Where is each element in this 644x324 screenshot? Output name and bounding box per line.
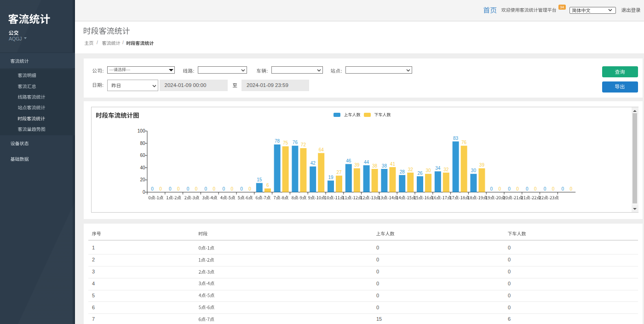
svg-text:83: 83: [453, 136, 459, 141]
svg-text:100: 100: [138, 128, 145, 133]
svg-text:0: 0: [195, 186, 198, 191]
svg-text:0: 0: [187, 186, 190, 191]
svg-text:0: 0: [169, 186, 172, 191]
svg-text:60: 60: [140, 153, 145, 158]
svg-text:0: 0: [205, 186, 207, 191]
svg-text:0: 0: [230, 186, 233, 191]
svg-text:0: 0: [526, 186, 529, 191]
svg-text:38: 38: [382, 163, 387, 168]
svg-text:42: 42: [310, 161, 316, 166]
svg-text:20: 20: [140, 177, 145, 182]
svg-text:0: 0: [570, 186, 573, 191]
svg-text:0: 0: [534, 186, 537, 191]
svg-text:78: 78: [275, 139, 280, 144]
svg-text:72: 72: [301, 142, 306, 147]
svg-text:0: 0: [143, 190, 145, 195]
svg-text:76: 76: [461, 140, 467, 145]
svg-text:44: 44: [364, 160, 369, 165]
svg-text:30: 30: [471, 168, 477, 173]
svg-text:0: 0: [151, 186, 154, 191]
svg-text:38: 38: [372, 163, 378, 168]
svg-text:0: 0: [544, 186, 546, 191]
svg-text:0: 0: [248, 186, 251, 191]
svg-text:76: 76: [293, 140, 298, 145]
svg-text:0: 0: [562, 186, 564, 191]
svg-text:0: 0: [240, 186, 243, 191]
svg-text:39: 39: [479, 162, 485, 168]
svg-text:28: 28: [400, 169, 405, 174]
svg-text:15: 15: [257, 177, 262, 182]
svg-text:34: 34: [435, 166, 441, 171]
svg-text:26: 26: [417, 171, 423, 176]
svg-text:27: 27: [336, 170, 342, 175]
svg-text:80: 80: [140, 141, 145, 146]
svg-text:0: 0: [177, 186, 180, 191]
svg-text:41: 41: [390, 162, 396, 167]
svg-text:0: 0: [159, 186, 162, 191]
svg-text:39: 39: [354, 162, 360, 168]
svg-text:30: 30: [426, 168, 431, 173]
svg-text:64: 64: [319, 147, 324, 152]
svg-text:0: 0: [490, 186, 493, 191]
svg-text:0: 0: [222, 186, 225, 191]
svg-text:19: 19: [328, 175, 334, 180]
svg-text:0: 0: [552, 186, 555, 191]
svg-text:75: 75: [283, 140, 288, 145]
svg-text:40: 40: [140, 165, 145, 170]
svg-text:46: 46: [346, 158, 351, 163]
svg-text:0: 0: [508, 186, 511, 191]
svg-text:0: 0: [498, 186, 501, 191]
svg-text:6: 6: [266, 183, 269, 188]
svg-text:0: 0: [213, 186, 216, 191]
svg-text:32: 32: [443, 167, 449, 172]
svg-text:0: 0: [516, 186, 519, 191]
svg-text:32: 32: [408, 167, 414, 172]
